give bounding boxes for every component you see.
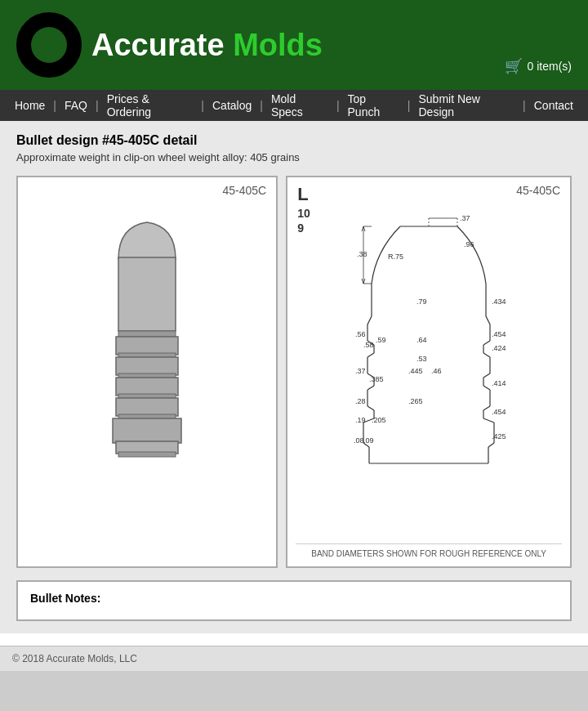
svg-text:.08: .08 [354,436,364,445]
footer-text: © 2018 Accurate Molds, LLC [12,653,137,664]
band-note: BAND DIAMETERS SHOWN FOR ROUGH REFERENCE… [296,543,562,558]
page-title: Bullet design #45-405C detail [16,133,572,148]
svg-text:.56: .56 [355,330,366,338]
svg-line-25 [483,353,490,357]
nav-sep-3: | [199,99,206,112]
svg-rect-12 [118,452,176,457]
nav-mold-specs[interactable]: Mold Specs [265,92,335,118]
technical-drawing: .37 .38 R.75 .96 .434 .79 .454 [310,210,547,537]
svg-text:R.75: R.75 [388,253,403,261]
svg-text:.58: .58 [363,341,374,349]
notes-label: Bullet Notes: [30,592,100,605]
nav-contact[interactable]: Contact [528,99,580,112]
svg-line-32 [368,386,374,390]
logo-area: Accurate Molds [16,12,323,78]
svg-line-17 [486,316,490,324]
svg-rect-10 [113,418,181,443]
svg-text:.79: .79 [416,297,427,306]
nav-sep-5: | [335,99,341,112]
svg-text:.64: .64 [416,336,427,344]
svg-line-36 [368,406,374,410]
svg-text:.38: .38 [357,250,368,258]
svg-text:.265: .265 [408,397,423,405]
svg-line-21 [483,341,490,345]
svg-text:.96: .96 [464,240,474,248]
svg-text:.424: .424 [492,344,506,352]
svg-text:.59: .59 [376,336,386,344]
svg-line-33 [483,386,490,390]
svg-text:.205: .205 [372,416,386,424]
svg-text:.37: .37 [355,367,366,375]
nav-submit-design[interactable]: Submit New Design [412,92,521,118]
svg-text:.454: .454 [492,330,506,338]
nav: Home | FAQ | Prices & Ordering | Catalog… [0,90,588,121]
nav-prices[interactable]: Prices & Ordering [100,92,200,118]
left-panel-label: 45-405C [222,184,266,197]
cart-area[interactable]: 🛒 0 item(s) [505,57,572,75]
svg-text:.09: .09 [363,436,374,445]
logo-text: Accurate Molds [91,28,323,63]
svg-text:.425: .425 [492,432,506,440]
right-panel-label: 45-405C [516,184,560,197]
nav-catalog[interactable]: Catalog [206,99,258,112]
svg-line-24 [368,353,374,357]
svg-line-45 [488,443,494,447]
svg-text:.434: .434 [492,297,506,306]
svg-text:.28: .28 [355,397,366,405]
nav-sep-7: | [521,99,528,112]
logo-accurate: Accurate [91,28,225,62]
nav-sep-2: | [94,99,100,112]
svg-rect-4 [116,357,178,375]
header: Accurate Molds 🛒 0 item(s) [0,0,588,90]
footer: © 2018 Accurate Molds, LLC [0,646,588,671]
bullet-illustration [74,210,220,521]
nav-faq[interactable]: FAQ [58,99,94,112]
right-panel-number: 109 [297,206,310,235]
page-subtitle: Approximate weight in clip-on wheel weig… [16,151,572,163]
svg-rect-8 [116,398,178,416]
left-panel: 45-405C [16,176,278,568]
notes-section: Bullet Notes: [16,580,572,621]
svg-rect-0 [118,257,176,331]
svg-text:.454: .454 [492,408,506,416]
svg-text:.46: .46 [431,367,442,375]
svg-text:.445: .445 [408,367,423,375]
svg-text:.19: .19 [355,416,366,424]
main: Bullet design #45-405C detail Approximat… [0,121,588,633]
nav-sep-6: | [406,99,412,112]
cart-count: 0 item(s) [528,60,572,73]
svg-line-41 [483,418,494,423]
logo-icon [16,12,82,78]
right-panel-l: L [297,184,308,205]
cart-icon: 🛒 [505,57,523,75]
nav-sep-1: | [51,99,58,112]
svg-text:.53: .53 [416,355,427,363]
panels: 45-405C [16,176,572,568]
svg-line-16 [368,316,372,324]
svg-text:.385: .385 [369,375,384,383]
svg-line-37 [483,406,490,410]
nav-top-punch[interactable]: Top Punch [341,92,406,118]
svg-text:.414: .414 [492,379,506,387]
svg-text:.37: .37 [460,214,470,222]
right-panel: L 109 45-405C [286,176,572,568]
svg-rect-6 [116,378,178,396]
svg-line-29 [483,373,490,378]
svg-rect-2 [116,337,178,355]
nav-sep-4: | [258,99,265,112]
nav-home[interactable]: Home [8,99,51,112]
logo-molds: Molds [225,28,323,62]
